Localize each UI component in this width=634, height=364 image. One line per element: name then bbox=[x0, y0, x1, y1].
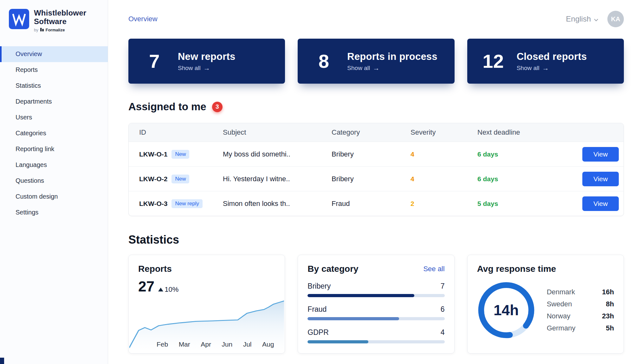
sidebar-item-custom-design[interactable]: Custom design bbox=[0, 189, 108, 205]
x-tick: Feb bbox=[157, 341, 168, 348]
severity-cell: 4 bbox=[411, 175, 477, 183]
category-value: 6 bbox=[441, 305, 445, 314]
country-time: 23h bbox=[602, 312, 614, 320]
sidebar-item-questions[interactable]: Questions bbox=[0, 173, 108, 189]
trend-up-icon bbox=[158, 288, 163, 291]
view-button[interactable]: View bbox=[582, 147, 619, 162]
table-row[interactable]: LKW-O-1 New My boss did somethi.. Briber… bbox=[129, 142, 624, 166]
progress-fill bbox=[307, 317, 399, 320]
logo-text: Whistleblower Software by Formalize bbox=[34, 9, 86, 32]
avg-response-card: Avg response time 14h Denmark 16h Swede bbox=[467, 255, 624, 354]
x-tick: Jun bbox=[222, 341, 232, 348]
country-label: Germany bbox=[547, 324, 575, 332]
sidebar-item-settings[interactable]: Settings bbox=[0, 205, 108, 220]
sidebar-item-reports[interactable]: Reports bbox=[0, 62, 108, 78]
deadline-cell: 6 days bbox=[477, 175, 582, 183]
country-time: 8h bbox=[606, 300, 614, 308]
x-tick: Apr bbox=[201, 341, 211, 348]
progress-track bbox=[307, 340, 444, 343]
sidebar-item-departments[interactable]: Departments bbox=[0, 94, 108, 110]
deadline-cell: 5 days bbox=[477, 200, 582, 208]
stat-value: 8 bbox=[312, 50, 336, 72]
sidebar-item-reporting-link[interactable]: Reporting link bbox=[0, 141, 108, 157]
table-row[interactable]: LKW-O-2 New Hi. Yesterday I witne.. Brib… bbox=[129, 166, 624, 191]
category-label: GDPR bbox=[307, 328, 328, 337]
table-row[interactable]: LKW-O-3 New reply Simon often looks th..… bbox=[129, 191, 624, 216]
stat-card-reports-in-process[interactable]: 8 Reports in process Show all → bbox=[298, 39, 454, 84]
sidebar-item-label: Reports bbox=[16, 66, 38, 73]
sidebar-item-label: Languages bbox=[16, 161, 47, 169]
deadline-cell: 6 days bbox=[477, 150, 582, 158]
x-tick: Aug bbox=[262, 341, 274, 348]
sidebar-item-label: Custom design bbox=[16, 193, 58, 200]
column-subject: Subject bbox=[223, 128, 332, 137]
sidebar-bottom-accent bbox=[0, 358, 4, 364]
sidebar-nav: Overview Reports Statistics Departments … bbox=[0, 46, 108, 220]
stat-card-new-reports[interactable]: 7 New reports Show all → bbox=[128, 39, 285, 84]
sidebar-item-label: Departments bbox=[16, 98, 52, 105]
avatar[interactable]: KA bbox=[607, 11, 624, 27]
subject-cell: Simon often looks th.. bbox=[223, 200, 332, 208]
assigned-title: Assigned to me bbox=[128, 101, 206, 113]
language-label: English bbox=[566, 15, 591, 23]
severity-cell: 2 bbox=[411, 200, 477, 208]
by-category-title: By category bbox=[307, 264, 358, 274]
stat-label: Closed reports bbox=[517, 51, 587, 62]
sidebar-item-label: Statistics bbox=[16, 82, 41, 89]
chevron-down-icon bbox=[594, 15, 598, 23]
list-item: Germany 5h bbox=[547, 324, 614, 332]
stat-label: New reports bbox=[178, 51, 235, 62]
stat-value: 12 bbox=[481, 50, 505, 72]
trend-value: 10% bbox=[165, 285, 178, 294]
progress-track bbox=[307, 294, 444, 297]
view-button[interactable]: View bbox=[582, 196, 619, 211]
report-id-cell: LKW-O-2 New bbox=[139, 175, 223, 183]
stat-value: 7 bbox=[142, 50, 166, 72]
chart-x-axis: Feb Mar Apr Jun Jul Aug bbox=[157, 341, 274, 348]
whistleblower-logo-icon bbox=[9, 9, 29, 29]
by-category-card: By category See all Bribery 7 Fraud 6 bbox=[298, 255, 454, 354]
category-value: 7 bbox=[441, 282, 445, 291]
category-label: Bribery bbox=[307, 282, 331, 291]
category-bar-gdpr: GDPR 4 bbox=[307, 328, 444, 343]
assigned-count-badge: 3 bbox=[212, 102, 223, 112]
subject-cell: Hi. Yesterday I witne.. bbox=[223, 175, 332, 183]
new-reply-badge: New reply bbox=[171, 199, 203, 208]
stat-cards: 7 New reports Show all → 8 Reports in pr… bbox=[128, 39, 624, 84]
breadcrumb[interactable]: Overview bbox=[128, 15, 158, 23]
country-label: Sweden bbox=[547, 300, 572, 308]
show-all-link[interactable]: Show all → bbox=[517, 65, 587, 72]
language-selector[interactable]: English bbox=[566, 15, 598, 23]
category-bar-fraud: Fraud 6 bbox=[307, 305, 444, 320]
show-all-link[interactable]: Show all → bbox=[347, 65, 437, 72]
sidebar-item-overview[interactable]: Overview bbox=[0, 46, 108, 62]
see-all-link[interactable]: See all bbox=[423, 265, 444, 273]
column-id: ID bbox=[139, 128, 223, 137]
report-id-cell: LKW-O-3 New reply bbox=[139, 199, 223, 208]
category-cell: Bribery bbox=[332, 175, 411, 183]
view-button[interactable]: View bbox=[582, 172, 619, 186]
x-tick: Jul bbox=[243, 341, 252, 348]
sidebar: Whistleblower Software by Formalize Over… bbox=[0, 0, 108, 364]
arrow-right-icon: → bbox=[204, 65, 210, 71]
x-tick: Mar bbox=[179, 341, 190, 348]
reports-card-title: Reports bbox=[138, 264, 275, 274]
sidebar-item-languages[interactable]: Languages bbox=[0, 157, 108, 173]
new-badge: New bbox=[171, 175, 189, 183]
stat-card-closed-reports[interactable]: 12 Closed reports Show all → bbox=[467, 39, 624, 84]
sidebar-item-categories[interactable]: Categories bbox=[0, 125, 108, 141]
country-label: Denmark bbox=[547, 288, 575, 296]
avg-response-title: Avg response time bbox=[477, 264, 614, 274]
category-cell: Fraud bbox=[332, 200, 411, 208]
formalize-icon bbox=[40, 28, 44, 32]
sidebar-item-statistics[interactable]: Statistics bbox=[0, 78, 108, 94]
severity-cell: 4 bbox=[411, 150, 477, 158]
stat-label: Reports in process bbox=[347, 51, 437, 62]
sidebar-item-label: Settings bbox=[16, 209, 38, 216]
logo[interactable]: Whistleblower Software by Formalize bbox=[0, 0, 108, 39]
show-all-link[interactable]: Show all → bbox=[178, 65, 235, 72]
sidebar-item-users[interactable]: Users bbox=[0, 110, 108, 125]
reports-total: 27 bbox=[138, 278, 154, 295]
arrow-right-icon: → bbox=[373, 65, 379, 71]
statistics-title: Statistics bbox=[128, 233, 624, 246]
